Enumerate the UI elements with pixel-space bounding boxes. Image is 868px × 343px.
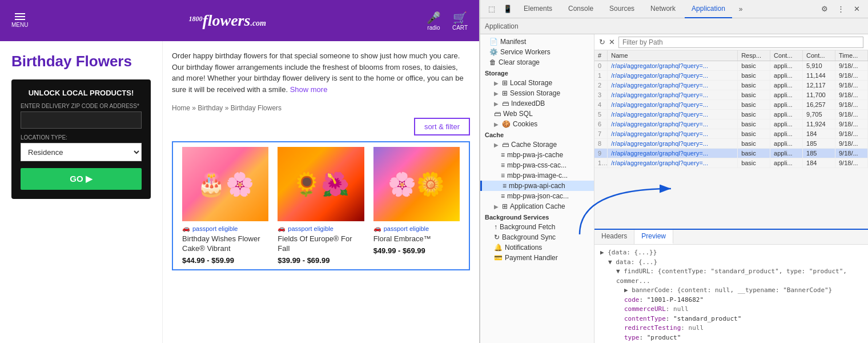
tab-elements[interactable]: Elements [517, 0, 559, 18]
cell-resp: basic [738, 100, 770, 110]
devtools-sidebar: 📄 Manifest ⚙️ Service Workers 🗑 Clear st… [480, 34, 594, 343]
tab-application[interactable]: Application [685, 0, 732, 18]
filter-input[interactable] [618, 37, 863, 48]
tree-item-payment-handler[interactable]: 💳 Payment Handler [480, 253, 594, 263]
cart-label: CART [452, 25, 468, 31]
cell-resp: basic [738, 81, 770, 90]
cell-cont1: appli... [770, 139, 803, 149]
cell-time: 9/18/... [835, 90, 867, 100]
inspect-icon-button[interactable]: ⬚ [485, 2, 499, 16]
cart-group[interactable]: 🛒 CART [452, 11, 468, 31]
cell-cont2: 184 [803, 158, 835, 168]
preview-line: ▼ data: {...} [600, 258, 862, 268]
tree-item-web-sql[interactable]: 🗃 Web SQL [480, 109, 594, 119]
tree-item-js-cache[interactable]: ≡ mbp-pwa-js-cache [480, 150, 594, 160]
col-time: Time... [835, 50, 867, 61]
clear-button[interactable]: ✕ [609, 38, 615, 46]
table-row[interactable]: 8 /r/api/aggregator/graphql?query=... ba… [594, 139, 868, 149]
cell-resp: basic [738, 149, 770, 158]
tree-item-clear-storage[interactable]: 🗑 Clear storage [480, 57, 594, 67]
go-button[interactable]: GO ▶ [21, 168, 142, 190]
tree-item-notifications[interactable]: 🔔 Notifications [480, 242, 594, 253]
col-resp: Resp... [738, 50, 770, 61]
headers-tab[interactable]: Headers [594, 230, 634, 244]
menu-button[interactable]: MENU [11, 13, 28, 28]
tree-item-manifest[interactable]: 📄 Manifest [480, 37, 594, 47]
table-row[interactable]: 2 /r/api/aggregator/graphql?query=... ba… [594, 81, 868, 90]
table-row[interactable]: 5 /r/api/aggregator/graphql?query=... ba… [594, 110, 868, 119]
tree-item-cookies[interactable]: ▶ 🍪 Cookies [480, 119, 594, 129]
site-header: MENU 1800flowers.com 🎤 radio 🛒 CART [0, 0, 479, 41]
radio-group[interactable]: 🎤 radio [427, 11, 441, 31]
tree-item-local-storage[interactable]: ▶ ⊞ Local Storage [480, 78, 594, 88]
tree-item-cache-storage[interactable]: ▶ 🗃 Cache Storage [480, 139, 594, 150]
table-row[interactable]: 7 /r/api/aggregator/graphql?query=... ba… [594, 129, 868, 139]
col-num: # [594, 50, 608, 61]
devtools-toolbar: ⬚ 📱 Elements Console Sources Network App… [480, 0, 868, 18]
cell-num: 2 [594, 81, 608, 90]
cell-num: 1 [594, 71, 608, 81]
settings-icon-button[interactable]: ⚙ [818, 2, 831, 16]
network-table-wrapper: # Name Resp... Cont... Cont... Time... 0… [594, 50, 868, 229]
preview-line: ▶ bannerCode: {content: null, __typename… [600, 286, 862, 296]
tree-item-service-workers[interactable]: ⚙️ Service Workers [480, 47, 594, 57]
tab-network[interactable]: Network [644, 0, 682, 18]
site-content: Birthday Flowers UNLOCK LOCAL PRODUCTS! … [0, 41, 479, 343]
product-card-2[interactable]: 🌻🌺 🚗 passport eligible Fields Of Europe®… [273, 147, 368, 265]
devtools-panel: ⬚ 📱 Elements Console Sources Network App… [480, 0, 868, 343]
tree-item-bg-sync[interactable]: ↻ Background Sync [480, 232, 594, 242]
radio-label: radio [427, 25, 440, 31]
tree-item-api-cache[interactable]: ≡ mbp-pwa-api-cach [480, 181, 594, 191]
table-row[interactable]: 6 /r/api/aggregator/graphql?query=... ba… [594, 119, 868, 129]
tree-item-app-cache[interactable]: ▶ ⊞ Application Cache [480, 201, 594, 212]
preview-tab[interactable]: Preview [634, 230, 673, 244]
product-image-1: 🎂🌸 [182, 147, 268, 221]
sort-filter-button[interactable]: sort & filter [414, 118, 470, 135]
passport-badge-1: 🚗 passport eligible [182, 225, 268, 232]
logo-1800: 1800 [188, 15, 202, 23]
tree-item-bg-fetch[interactable]: ↑ Background Fetch [480, 222, 594, 232]
menu-icon [15, 13, 25, 20]
app-cache-icon: ⊞ [502, 202, 508, 210]
tab-sources[interactable]: Sources [602, 0, 641, 18]
tree-item-session-storage[interactable]: ▶ ⊞ Session Storage [480, 88, 594, 98]
zip-label: ENTER DELIVERY ZIP CODE OR ADDRESS* [21, 103, 142, 109]
cell-time: 9/18/... [835, 110, 867, 119]
tree-item-json-cache[interactable]: ≡ mbp-pwa-json-cac... [480, 191, 594, 201]
cell-cont1: appli... [770, 129, 803, 139]
network-table: # Name Resp... Cont... Cont... Time... 0… [594, 50, 868, 168]
product-card-3[interactable]: 🌸🌼 🚗 passport eligible Floral Embrace™ $… [369, 147, 464, 265]
tree-item-css-cache[interactable]: ≡ mbp-pwa-css-cac... [480, 160, 594, 170]
zip-input[interactable] [21, 111, 142, 129]
device-icon-button[interactable]: 📱 [501, 2, 515, 16]
cell-url: /r/api/aggregator/graphql?query=... [608, 90, 738, 100]
close-icon-button[interactable]: ✕ [850, 2, 863, 16]
table-row[interactable]: 3 /r/api/aggregator/graphql?query=... ba… [594, 90, 868, 100]
table-row[interactable]: 0 /r/api/aggregator/graphql?query=... ba… [594, 61, 868, 71]
cell-num: 8 [594, 139, 608, 149]
cell-resp: basic [738, 129, 770, 139]
expand-icon: ▶ [494, 101, 499, 107]
table-row[interactable]: 10 /r/api/aggregator/graphql?query=... b… [594, 158, 868, 168]
location-type-select[interactable]: Residence [21, 143, 142, 161]
preview-line: redirectTesting: null [600, 324, 862, 333]
tab-console[interactable]: Console [561, 0, 600, 18]
tree-item-indexeddb[interactable]: ▶ 🗃 IndexedDB [480, 98, 594, 109]
col-name: Name [608, 50, 738, 61]
table-row[interactable]: 9 /r/api/aggregator/graphql?query=... ba… [594, 149, 868, 158]
tree-item-image-cache[interactable]: ≡ mbp-pwa-image-c... [480, 170, 594, 181]
table-row[interactable]: 4 /r/api/aggregator/graphql?query=... ba… [594, 100, 868, 110]
tab-more[interactable]: » [734, 3, 748, 15]
passport-badge-2: 🚗 passport eligible [278, 225, 364, 232]
cell-cont2: 12,117 [803, 81, 835, 90]
cell-num: 5 [594, 110, 608, 119]
cell-cont2: 9,705 [803, 110, 835, 119]
web-sql-icon: 🗃 [494, 110, 501, 118]
more-icon-button[interactable]: ⋮ [834, 2, 847, 16]
show-more-link[interactable]: Show more [290, 85, 328, 94]
preview-line: code: "1001-P-148682" [600, 296, 862, 305]
product-card-1[interactable]: 🎂🌸 🚗 passport eligible Birthday Wishes F… [178, 147, 273, 265]
refresh-button[interactable]: ↻ [599, 38, 605, 46]
table-row[interactable]: 1 /r/api/aggregator/graphql?query=... ba… [594, 71, 868, 81]
menu-label: MENU [11, 22, 28, 28]
